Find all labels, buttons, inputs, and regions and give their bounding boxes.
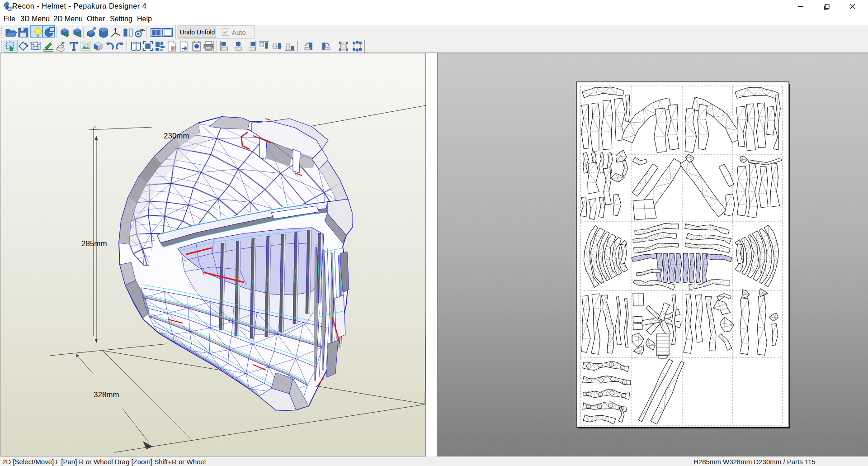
svg-text:285mm: 285mm xyxy=(81,239,107,248)
svg-text:328mm: 328mm xyxy=(94,390,119,399)
svg-text:230mm: 230mm xyxy=(164,132,189,140)
svg-text:#: # xyxy=(172,46,175,51)
